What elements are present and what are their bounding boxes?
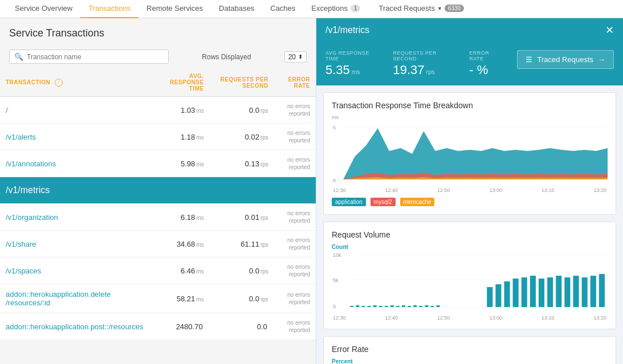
tx-link[interactable]: /v1/spaces [6, 267, 41, 275]
table-row[interactable]: /v1/organization 6.18ms 0.01rps no error… [0, 204, 316, 231]
svg-rect-14 [373, 305, 377, 307]
tx-link[interactable]: /v1/alerts [6, 133, 36, 141]
search-input[interactable] [27, 53, 164, 61]
tx-rps-cell: 61.11rps [210, 231, 274, 257]
svg-rect-23 [425, 305, 428, 307]
tx-link[interactable]: addon::herokuapplication.delete/resource… [6, 290, 111, 307]
svg-text:5k: 5k [333, 277, 339, 283]
dropdown-icon: ▼ [437, 6, 442, 11]
tx-name-cell: /v1/alerts [0, 124, 149, 150]
response-time-svg: 5 0 [332, 122, 608, 185]
col-avg-response: Avg. Response Time [149, 68, 209, 97]
tx-avg-cell: 34.68ms [149, 231, 209, 257]
svg-rect-13 [368, 306, 371, 307]
svg-rect-22 [419, 306, 422, 307]
rps-label: REQUESTS PER SECOND [393, 50, 452, 62]
arrow-right-icon: → [598, 55, 605, 64]
right-panel-title: /v1/metrics [325, 25, 369, 35]
sort-icon[interactable]: ↑ [55, 79, 63, 87]
svg-rect-16 [385, 306, 388, 307]
tx-name-cell: addon::herokuapplication.delete/resource… [0, 284, 149, 313]
rows-select[interactable]: 20 ⬍ [284, 51, 307, 63]
tx-name-cell: / [0, 97, 149, 124]
tx-name-cell: addon::herokuapplication.post::/resource… [0, 313, 149, 340]
error-rate-value: - % [469, 63, 500, 77]
metric-avg-response: AVG RESPONSE TIME 5.35 ms [325, 50, 376, 77]
nav-databases[interactable]: Databases [211, 0, 262, 18]
tx-error-cell: no errorsreported [274, 257, 316, 284]
svg-rect-39 [599, 274, 605, 307]
table-row[interactable]: /v1/share 34.68ms 61.11rps no errorsrepo… [0, 231, 316, 257]
table-row[interactable]: /v1/metrics [0, 177, 316, 204]
tx-avg-cell: 1.03ms [149, 97, 209, 124]
svg-rect-11 [356, 305, 359, 307]
tx-avg-cell: 6.46ms [149, 257, 209, 284]
tx-rps-cell: 0.01rps [210, 204, 274, 231]
top-navigation: Service Overview Transactions Remote Ser… [0, 0, 623, 18]
tx-error-cell: no errorsreported [274, 313, 316, 340]
table-row[interactable]: /v1/annotations 5.98ms 0.13rps no errors… [0, 150, 316, 177]
tx-error-cell: no errorsreported [274, 124, 316, 150]
metric-rps: REQUESTS PER SECOND 19.37 rps [393, 50, 452, 77]
response-time-chart-title: Transaction Response Time Breakdown [332, 101, 608, 110]
nav-transactions[interactable]: Transactions [80, 0, 139, 18]
col-error-rate: Error Rate [274, 68, 316, 97]
metric-error-rate: ERROR RATE - % [469, 50, 500, 77]
svg-rect-32 [539, 279, 544, 307]
search-input-wrap[interactable]: 🔍 [9, 50, 169, 64]
nav-exceptions[interactable]: Exceptions 1 [303, 0, 368, 18]
error-rate-chart-section: Error Rate Percent 0.5 [323, 336, 616, 364]
metrics-row: AVG RESPONSE TIME 5.35 ms REQUESTS PER S… [316, 42, 623, 85]
table-row[interactable]: /v1/spaces 6.46ms 0.0rps no errorsreport… [0, 257, 316, 284]
tx-link[interactable]: /v1/organization [6, 213, 58, 222]
svg-rect-29 [513, 279, 519, 307]
rows-displayed-label: Rows Displayed [202, 53, 251, 61]
nav-caches[interactable]: Caches [262, 0, 303, 18]
rps-value: 19.37 rps [393, 63, 452, 77]
svg-rect-20 [408, 306, 411, 307]
right-panel: /v1/metrics ✕ AVG RESPONSE TIME 5.35 ms … [316, 18, 623, 364]
svg-text:10k: 10k [333, 252, 341, 258]
table-row[interactable]: addon::herokuapplication.post::/resource… [0, 313, 316, 340]
table-row[interactable]: /v1/alerts 1.18ms 0.02rps no errorsrepor… [0, 124, 316, 150]
svg-text:0: 0 [333, 178, 336, 183]
tx-avg-cell: 6.18ms [149, 204, 209, 231]
avg-response-value: 5.35 ms [325, 63, 376, 77]
tx-error-cell: no errorsreported [274, 204, 316, 231]
tx-name-cell: /v1/organization [0, 204, 149, 231]
nav-traced-requests[interactable]: Traced Requests ▼ 6330 [370, 0, 472, 18]
traced-requests-button[interactable]: ☰ Traced Requests → [517, 50, 614, 69]
tx-rps-cell: 0.13rps [210, 150, 274, 177]
col-transaction: Transaction ↑ [0, 68, 149, 97]
spinner-icon: ⬍ [298, 54, 303, 60]
svg-rect-37 [582, 277, 588, 307]
count-label: Count [332, 244, 608, 250]
panel-title: Service Transactions [0, 18, 316, 45]
tx-link[interactable]: /v1/share [6, 240, 36, 248]
table-row[interactable]: / 1.03ms 0.0rps no errorsreported [0, 97, 316, 124]
close-button[interactable]: ✕ [605, 25, 614, 35]
exceptions-badge: 1 [351, 5, 361, 12]
tx-error-cell: no errorsreported [274, 150, 316, 177]
svg-rect-33 [547, 277, 553, 307]
avg-response-unit: ms [352, 68, 360, 75]
svg-rect-34 [556, 276, 561, 307]
table-row[interactable]: addon::herokuapplication.delete/resource… [0, 284, 316, 313]
nav-service-overview[interactable]: Service Overview [7, 0, 80, 18]
tx-link[interactable]: addon::herokuapplication.post::/resource… [6, 322, 143, 331]
svg-rect-10 [350, 306, 353, 307]
response-time-chart-section: Transaction Response Time Breakdown ms 5… [323, 92, 616, 215]
avg-response-label: AVG RESPONSE TIME [325, 50, 376, 62]
tx-name-cell: /v1/spaces [0, 257, 149, 284]
percent-label: Percent [332, 358, 608, 364]
tx-link[interactable]: / [6, 106, 8, 114]
tx-avg-cell: 1.18ms [149, 124, 209, 150]
tx-link[interactable]: /v1/annotations [6, 159, 56, 168]
tx-rps-cell: 0.02rps [210, 124, 274, 150]
selected-tx-name: /v1/metrics [0, 177, 316, 204]
svg-rect-26 [487, 287, 492, 307]
nav-remote-services[interactable]: Remote Services [139, 0, 211, 18]
tx-error-cell: no errorsreported [274, 284, 316, 313]
chart-legend: application mysql2 memcache [332, 198, 608, 206]
request-volume-chart-section: Request Volume Count 10k 5k 0 [323, 222, 616, 329]
